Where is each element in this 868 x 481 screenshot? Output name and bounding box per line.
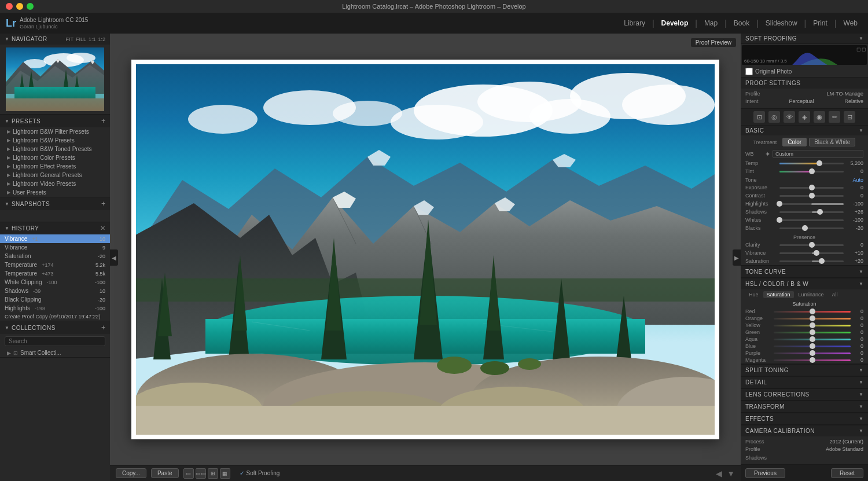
preset-item[interactable]: ▶Lightroom General Presets xyxy=(0,171,110,179)
hsl-tab-all[interactable]: All xyxy=(829,291,841,298)
saturation-track[interactable] xyxy=(779,260,844,262)
hsl-orange-track[interactable] xyxy=(774,318,851,320)
shadows-track[interactable] xyxy=(779,211,844,213)
history-item[interactable]: Saturation -20 xyxy=(0,252,110,260)
range-mask-tool[interactable]: ⊟ xyxy=(844,111,855,123)
nav-fill[interactable]: FILL xyxy=(76,36,86,42)
exposure-thumb[interactable] xyxy=(809,185,815,190)
crop-tool[interactable]: ⊡ xyxy=(753,111,765,123)
hsl-aqua-track[interactable] xyxy=(774,339,851,340)
exposure-track[interactable] xyxy=(779,187,844,189)
collection-item[interactable]: ▶ ⊡ Smart Collecti... xyxy=(0,348,110,357)
hsl-magenta-thumb[interactable] xyxy=(810,357,815,363)
clarity-track[interactable] xyxy=(779,244,844,246)
hsl-tab-saturation[interactable]: Saturation xyxy=(763,291,794,298)
hsl-blue-track[interactable] xyxy=(774,346,851,347)
vibrance-thumb[interactable] xyxy=(814,250,819,256)
scroll-right-arrow[interactable]: ▼ xyxy=(727,469,735,478)
gradient-filter-tool[interactable]: ◈ xyxy=(799,111,810,123)
effects-section[interactable]: Effects ▼ xyxy=(741,413,868,425)
compare-view-icon[interactable]: ▭▭ xyxy=(196,468,206,479)
hsl-yellow-track[interactable] xyxy=(774,325,851,326)
history-item[interactable]: Create Proof Copy (09/10/2017 19:47:22) xyxy=(0,313,110,321)
tint-thumb[interactable] xyxy=(809,168,815,174)
hsl-tab-luminance[interactable]: Luminance xyxy=(795,291,827,298)
camera-calibration-header[interactable]: Camera Calibration ▼ xyxy=(741,425,868,436)
nav-1-2[interactable]: 1:2 xyxy=(98,36,105,42)
hsl-purple-track[interactable] xyxy=(774,353,851,354)
shadows-thumb[interactable] xyxy=(817,209,823,215)
collections-search[interactable] xyxy=(5,336,105,346)
contrast-track[interactable] xyxy=(779,195,844,197)
paste-button[interactable]: Paste xyxy=(151,468,179,478)
nav-develop[interactable]: Develop xyxy=(657,18,693,28)
hsl-red-thumb[interactable] xyxy=(810,309,815,314)
presets-header[interactable]: ▼ Presets + xyxy=(0,115,110,127)
survey-view-icon[interactable]: ⊞ xyxy=(208,468,218,479)
saturation-thumb[interactable] xyxy=(819,258,825,264)
preset-item[interactable]: ▶Lightroom B&W Toned Presets xyxy=(0,145,110,153)
previous-button[interactable]: Previous xyxy=(745,468,785,478)
radial-filter-tool[interactable]: ◉ xyxy=(814,111,825,123)
nav-library[interactable]: Library xyxy=(619,18,650,28)
basic-header[interactable]: Basic ▼ xyxy=(741,126,868,135)
fullscreen-button[interactable] xyxy=(27,3,34,10)
history-item[interactable]: Temperature +473 5.5k xyxy=(0,269,110,278)
hsl-blue-thumb[interactable] xyxy=(810,343,815,349)
preset-item[interactable]: ▶Lightroom Color Presets xyxy=(0,153,110,162)
lens-corrections-section[interactable]: Lens Corrections ▼ xyxy=(741,388,868,401)
history-header[interactable]: ▼ History ✕ xyxy=(0,222,110,234)
soft-proofing-toggle[interactable]: ✓ Soft Proofing xyxy=(240,470,280,476)
brush-tool[interactable]: ✏ xyxy=(829,111,840,123)
history-close[interactable]: ✕ xyxy=(100,225,105,232)
nav-print[interactable]: Print xyxy=(808,18,832,28)
history-item[interactable]: Shadows -39 10 xyxy=(0,287,110,295)
nav-web[interactable]: Web xyxy=(839,18,862,28)
highlight-clipping-icon[interactable]: ◻ xyxy=(856,46,860,52)
shadow-clipping-icon[interactable]: ◻ xyxy=(862,46,866,52)
snapshots-add[interactable]: + xyxy=(101,200,105,208)
history-item[interactable]: White Clipping -100 -100 xyxy=(0,278,110,287)
vibrance-track[interactable] xyxy=(779,252,844,254)
history-item[interactable]: Temperature +174 5.2k xyxy=(0,260,110,269)
temp-thumb[interactable] xyxy=(816,160,822,166)
filmstrip-icon[interactable]: ▦ xyxy=(220,468,230,479)
hsl-yellow-thumb[interactable] xyxy=(810,322,815,328)
hsl-red-track[interactable] xyxy=(774,311,851,313)
preset-item[interactable]: ▶Lightroom B&W Filter Presets xyxy=(0,127,110,136)
hsl-orange-thumb[interactable] xyxy=(810,315,815,321)
navigator-header[interactable]: ▼ Navigator FIT FILL 1:1 1:2 xyxy=(0,34,110,45)
presets-add[interactable]: + xyxy=(101,117,105,125)
blacks-track[interactable] xyxy=(779,227,844,229)
whites-thumb[interactable] xyxy=(777,217,782,223)
tint-track[interactable] xyxy=(779,171,844,172)
treatment-color-btn[interactable]: Color xyxy=(782,138,807,146)
clarity-thumb[interactable] xyxy=(809,242,815,248)
preset-item[interactable]: ▶Lightroom Effect Presets xyxy=(0,162,110,171)
scroll-left-arrow[interactable]: ◀ xyxy=(716,469,722,478)
auto-tone-button[interactable]: Auto xyxy=(852,177,863,183)
blacks-thumb[interactable] xyxy=(802,225,808,231)
soft-proofing-header[interactable]: Soft Proofing ▼ xyxy=(741,34,868,44)
copy-button[interactable]: Copy... xyxy=(116,468,146,478)
preset-item[interactable]: ▶User Presets xyxy=(0,188,110,197)
treatment-bw-btn[interactable]: Black & White xyxy=(809,138,855,146)
nav-fit[interactable]: FIT xyxy=(65,36,73,42)
hsl-green-thumb[interactable] xyxy=(810,329,815,335)
hsl-header[interactable]: HSL / Color / B & W ▼ xyxy=(741,278,868,289)
preset-item[interactable]: ▶Lightroom B&W Presets xyxy=(0,136,110,145)
hsl-green-track[interactable] xyxy=(774,332,851,333)
proof-settings-header[interactable]: Proof Settings xyxy=(741,78,868,89)
original-photo-checkbox[interactable] xyxy=(745,68,753,75)
snapshots-header[interactable]: ▼ Snapshots + xyxy=(0,197,110,210)
collections-header[interactable]: ▼ Collections + xyxy=(0,321,110,334)
hsl-magenta-track[interactable] xyxy=(774,359,851,361)
nav-slideshow[interactable]: Slideshow xyxy=(761,18,802,28)
nav-book[interactable]: Book xyxy=(729,18,754,28)
history-item[interactable]: Black Clipping -20 xyxy=(0,295,110,304)
split-toning-section[interactable]: Split Toning ▼ xyxy=(741,364,868,376)
hsl-aqua-thumb[interactable] xyxy=(810,336,815,342)
tone-curve-section[interactable]: Tone Curve ▼ xyxy=(741,266,868,278)
history-item[interactable]: Vibrance +1 10 xyxy=(0,234,110,243)
history-item[interactable]: Highlights -198 -100 xyxy=(0,304,110,313)
